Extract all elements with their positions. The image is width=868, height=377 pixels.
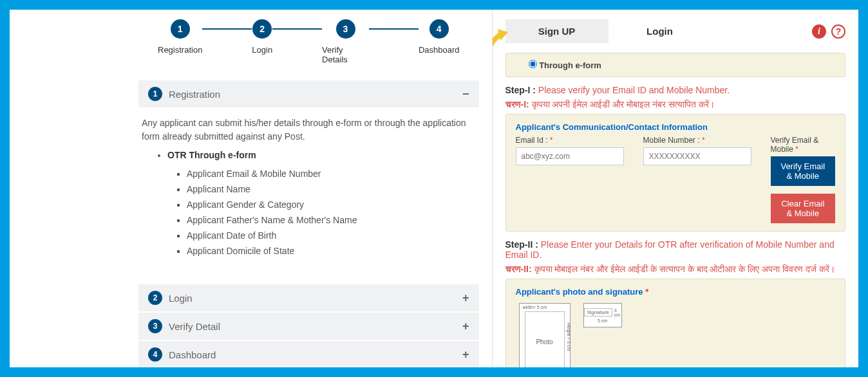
tab-login[interactable]: Login (609, 19, 712, 43)
through-eform-box: Through e-form (505, 53, 846, 77)
progress-stepper: 1Registration 2Login 3Verify Details 4Da… (138, 19, 479, 64)
accordion-registration-header[interactable]: 1 Registration − (138, 80, 479, 107)
accordion-dashboard-header[interactable]: 4 Dashboard + (138, 341, 479, 367)
accordion-verify-header[interactable]: 3 Verify Detail + (138, 313, 479, 340)
email-input[interactable] (516, 147, 624, 165)
mobile-input[interactable] (643, 147, 751, 165)
step-2-circle: 2 (252, 19, 272, 39)
accordion-login-header[interactable]: 2 Login + (138, 284, 479, 311)
plus-icon: + (462, 348, 469, 362)
plus-icon: + (462, 320, 469, 333)
photo-placeholder: width= 5 cm Height = 6 cm Photo (519, 303, 571, 367)
plus-icon: + (462, 291, 469, 305)
verify-button[interactable]: Verify Email & Mobile (771, 156, 836, 186)
help-icon[interactable]: ? (831, 24, 845, 39)
accordion-registration-body: Any applicant can submit his/her details… (138, 109, 479, 271)
step-3-circle: 3 (336, 19, 355, 39)
tab-signup[interactable]: Sign UP (505, 19, 609, 43)
step-4-circle: 4 (429, 19, 449, 39)
clear-button[interactable]: Clear Email & Mobile (771, 194, 836, 223)
radio-through-eform[interactable]: Through e-form (529, 60, 601, 70)
step-1-circle: 1 (171, 19, 190, 39)
contact-info-box: Applicant's Communication/Contact Inform… (505, 114, 846, 232)
info-icon[interactable]: i (812, 24, 826, 39)
photo-signature-box: Applicant's photo and signature * width=… (505, 279, 846, 367)
signature-placeholder: Signature3 cm 5 cm (583, 303, 622, 327)
minus-icon: − (462, 87, 469, 101)
